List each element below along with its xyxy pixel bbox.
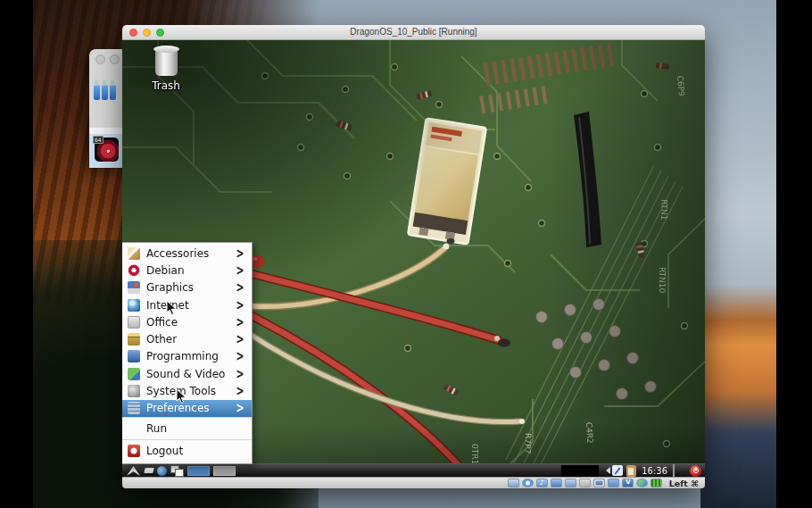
other-drawer-icon xyxy=(128,333,140,346)
window-title: DragonOS_10_Public [Running] xyxy=(122,25,705,39)
network-icon[interactable] xyxy=(551,479,562,487)
submenu-arrow-icon: > xyxy=(236,383,244,399)
dragonos-vm-icon: 64 xyxy=(95,137,119,162)
menu-item-label: Office xyxy=(146,316,236,329)
trash-desktop-icon[interactable]: Trash xyxy=(140,49,192,92)
menu-item-office[interactable]: Office > xyxy=(122,313,252,330)
system-tools-icon xyxy=(128,385,140,397)
submenu-arrow-icon: > xyxy=(236,331,244,347)
menu-item-other[interactable]: Other > xyxy=(122,330,252,347)
audio-icon[interactable] xyxy=(536,479,548,487)
screen: 64 DragonOS_10_Public [Running] xyxy=(0,0,812,508)
trash-label: Trash xyxy=(140,79,192,92)
vbox-statusbar: Left ⌘ xyxy=(122,477,705,488)
show-desktop-icon[interactable] xyxy=(144,468,153,473)
submenu-arrow-icon: > xyxy=(236,262,244,279)
manager-toolbar-dot[interactable] xyxy=(110,54,120,64)
menu-item-label: Graphics xyxy=(146,281,236,294)
menu-item-accessories[interactable]: Accessories > xyxy=(122,245,252,262)
wallpaper-mountain-right xyxy=(700,0,776,508)
notes-tray-icon[interactable] xyxy=(612,465,623,476)
submenu-arrow-icon: > xyxy=(236,366,244,382)
manager-tools-icon[interactable] xyxy=(94,85,116,100)
close-button[interactable] xyxy=(129,29,137,37)
logout-icon xyxy=(128,445,140,457)
menu-item-debian[interactable]: Debian > xyxy=(122,262,252,279)
minimize-button[interactable] xyxy=(143,29,151,37)
vm-taskbar: 16:36 xyxy=(122,463,705,477)
debian-icon xyxy=(128,264,140,277)
vm-window: DragonOS_10_Public [Running] xyxy=(122,25,705,488)
menu-item-label: System Tools xyxy=(146,385,236,397)
menu-item-internet[interactable]: Internet > xyxy=(122,296,252,313)
file-manager-icon[interactable] xyxy=(157,466,167,476)
menu-item-logout[interactable]: Logout xyxy=(122,440,252,462)
trash-icon xyxy=(155,49,178,76)
menu-item-graphics[interactable]: Graphics > xyxy=(122,279,252,296)
display-icon[interactable] xyxy=(593,479,605,487)
submenu-arrow-icon: > xyxy=(236,314,244,330)
menu-item-label: Internet xyxy=(146,299,236,312)
manager-vm-list xyxy=(89,128,122,134)
clipboard-tray-icon[interactable] xyxy=(626,465,636,477)
graphics-icon xyxy=(128,281,140,294)
tools-pen-icon xyxy=(110,85,116,100)
workspace-1-pager[interactable] xyxy=(187,466,210,476)
keyboard-icon[interactable] xyxy=(650,479,662,487)
menu-item-label: Logout xyxy=(146,445,244,457)
menu-launcher-icon[interactable] xyxy=(126,465,141,477)
accessories-icon xyxy=(128,247,140,260)
submenu-arrow-icon: > xyxy=(236,279,244,296)
redacted-monitor-area xyxy=(561,465,599,477)
manager-toolbar-dot[interactable] xyxy=(95,54,105,64)
submenu-arrow-icon: > xyxy=(236,297,244,313)
application-menu: Accessories > Debian > Graphics > Intern… xyxy=(122,242,253,464)
window-list-icon[interactable] xyxy=(170,465,184,476)
internet-globe-icon xyxy=(128,299,140,312)
optical-disc-icon[interactable] xyxy=(522,479,534,487)
taskbar-clock[interactable]: 16:36 xyxy=(642,466,667,476)
submenu-arrow-icon: > xyxy=(236,246,244,262)
tray-collapse-arrow-icon[interactable] xyxy=(602,467,610,474)
menu-item-sound-video[interactable]: Sound & Video > xyxy=(122,365,252,382)
vm-features-icon[interactable] xyxy=(622,479,634,487)
usb-icon[interactable] xyxy=(565,479,576,487)
submenu-arrow-icon: > xyxy=(236,401,244,417)
zoom-button[interactable] xyxy=(156,29,164,37)
sound-video-icon xyxy=(128,368,140,380)
menu-item-label: Run xyxy=(146,422,244,435)
shutdown-power-icon[interactable] xyxy=(690,465,701,477)
vm-64bit-badge: 64 xyxy=(93,136,104,144)
programming-icon xyxy=(128,350,140,362)
host-key-label: Left ⌘ xyxy=(669,479,699,488)
traffic-lights xyxy=(129,29,164,37)
vm-screen: C6R3 C6P9 RTN1 RTN10 C4R2 R7P7 0TR1 Tras… xyxy=(122,40,705,477)
menu-item-label: Other xyxy=(146,333,236,346)
submenu-arrow-icon: > xyxy=(236,349,244,365)
mouse-integration-icon[interactable] xyxy=(636,479,648,487)
tools-pen-icon xyxy=(102,85,108,100)
menu-item-label: Programming xyxy=(146,350,236,362)
workspace-2-pager[interactable] xyxy=(213,466,236,476)
mouse-cursor xyxy=(166,300,178,316)
right-shade xyxy=(551,40,705,477)
manager-vm-row-selected[interactable]: 64 xyxy=(89,134,122,168)
vm-titlebar[interactable]: DragonOS_10_Public [Running] xyxy=(122,25,705,40)
recording-icon[interactable] xyxy=(608,479,619,487)
menu-item-programming[interactable]: Programming > xyxy=(122,348,252,365)
menu-item-run[interactable]: Run xyxy=(122,418,252,439)
menu-item-label: Preferences xyxy=(146,402,236,414)
menu-item-label: Accessories xyxy=(146,247,236,260)
virtualbox-manager-window: 64 xyxy=(89,49,122,168)
menu-item-label: Debian xyxy=(146,264,236,277)
screensaver-monitor-icon[interactable] xyxy=(673,465,686,477)
preferences-icon xyxy=(128,402,140,414)
hdd-activity-icon[interactable] xyxy=(508,479,519,487)
tools-pen-icon xyxy=(94,85,100,100)
mouse-cursor xyxy=(176,388,187,404)
menu-item-label: Sound & Video xyxy=(146,368,236,380)
shared-folders-icon[interactable] xyxy=(579,479,591,487)
office-icon xyxy=(128,316,140,329)
